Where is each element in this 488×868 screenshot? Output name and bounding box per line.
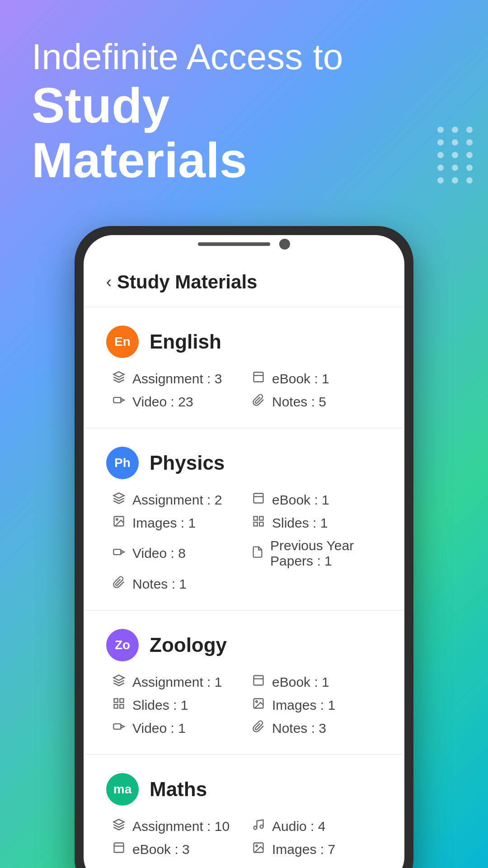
subject-stats-physics: Assignment : 2eBook : 1Images : 1Slides … [106,492,382,592]
stat-label: Assignment : 10 [132,819,230,834]
svg-rect-1 [254,373,263,382]
svg-rect-21 [120,704,123,708]
stat-label: eBook : 3 [132,842,190,857]
screen-content: EnEnglishAssignment : 3eBook : 1Video : … [84,307,404,868]
stat-item: eBook : 1 [251,492,382,508]
stat-item: Notes : 5 [251,394,382,410]
stat-label: Assignment : 3 [132,371,222,387]
image-icon [251,697,266,713]
paperclip-icon [251,394,266,410]
svg-marker-4 [121,399,124,402]
svg-rect-20 [120,699,123,703]
hero-line2-part1: Study [32,77,170,133]
stat-label: Audio : 4 [272,819,325,834]
stat-item: Audio : 4 [251,818,382,834]
video-icon [112,394,126,410]
svg-point-28 [254,826,257,830]
stat-item: eBook : 3 [112,841,242,857]
subject-name-english: English [150,330,221,353]
stat-item: eBook : 1 [251,674,382,690]
back-button[interactable]: ‹ [106,273,112,292]
subject-stats-zoology: Assignment : 1eBook : 1Slides : 1Images … [106,674,382,736]
stat-label: Slides : 1 [272,515,328,531]
stat-label: eBook : 1 [272,675,329,690]
subject-name-physics: Physics [150,452,225,474]
svg-marker-27 [113,819,124,825]
subject-item-english[interactable]: EnEnglishAssignment : 3eBook : 1Video : … [84,307,404,429]
music-icon [251,818,266,834]
subject-item-zoology[interactable]: ZoZoologyAssignment : 1eBook : 1Slides :… [84,611,404,755]
svg-rect-10 [254,517,258,520]
subject-stats-english: Assignment : 3eBook : 1Video : 23Notes :… [106,371,382,410]
subject-avatar-zoology: Zo [106,629,139,661]
stat-item: Notes : 3 [251,720,382,736]
stat-item: Assignment : 2 [112,492,242,508]
svg-point-9 [116,519,118,520]
stat-label: Assignment : 1 [132,675,222,690]
layers-icon [112,818,126,834]
subject-item-maths[interactable]: maMathsAssignment : 10Audio : 4eBook : 3… [84,755,404,868]
layers-icon [112,492,126,508]
book-icon [251,371,266,387]
book-icon [112,841,126,857]
stat-item: Assignment : 3 [112,371,242,387]
stat-label: Images : 7 [272,842,335,857]
subject-header-english: EnEnglish [106,326,382,358]
subject-name-zoology: Zoology [150,634,227,656]
subject-stats-maths: Assignment : 10Audio : 4eBook : 3Images … [106,818,382,857]
grid-icon [251,515,266,531]
subject-name-maths: Maths [150,778,207,801]
stat-item: Assignment : 1 [112,674,242,690]
stat-item: Slides : 1 [251,515,382,531]
subject-header-zoology: ZoZoology [106,629,382,661]
stat-item: Slides : 1 [112,697,242,713]
notch-bar [198,242,270,246]
svg-marker-5 [113,493,124,498]
stat-label: Images : 1 [272,698,335,713]
svg-point-33 [256,845,258,847]
svg-rect-6 [254,494,263,503]
phone-screen: ‹ Study Materials EnEnglishAssignment : … [84,235,404,868]
svg-marker-0 [113,372,124,377]
layers-icon [112,674,126,690]
stat-label: Slides : 1 [132,698,188,713]
subject-avatar-physics: Ph [106,447,139,479]
subject-avatar-maths: ma [106,773,139,806]
svg-marker-16 [113,675,124,680]
stat-label: Notes : 3 [272,721,326,736]
stat-label: Previous Year Papers : 1 [270,538,382,569]
book-icon [251,674,266,690]
svg-rect-11 [259,517,263,520]
svg-rect-3 [113,397,121,403]
svg-rect-13 [254,522,258,526]
svg-rect-30 [114,843,124,853]
stat-item: eBook : 1 [251,371,382,387]
image-icon [112,515,126,531]
video-icon [112,546,126,561]
paperclip-icon [251,720,266,736]
stat-label: Notes : 5 [272,394,326,410]
book-icon [251,492,266,508]
svg-rect-12 [259,522,263,526]
stat-item: Assignment : 10 [112,818,242,834]
phone-frame: ‹ Study Materials EnEnglishAssignment : … [75,226,413,868]
svg-rect-14 [113,549,121,555]
phone-notch [176,235,312,253]
svg-rect-25 [113,724,121,729]
subject-item-physics[interactable]: PhPhysicsAssignment : 2eBook : 1Images :… [84,429,404,611]
svg-point-29 [260,825,263,828]
subject-avatar-english: En [106,326,139,358]
stat-item: Video : 23 [112,394,242,410]
stat-item: Previous Year Papers : 1 [251,538,382,569]
stat-label: Notes : 1 [132,576,187,592]
hero-line1: Indefinite Access to [32,36,456,78]
svg-point-24 [256,701,258,703]
stat-label: Assignment : 2 [132,492,222,508]
subject-header-maths: maMaths [106,773,382,806]
layers-icon [112,371,126,387]
stat-item: Images : 1 [112,515,242,531]
stat-item: Images : 1 [251,697,382,713]
stat-item: Video : 1 [112,720,242,736]
stat-label: Video : 23 [132,394,193,410]
svg-rect-17 [254,676,263,685]
